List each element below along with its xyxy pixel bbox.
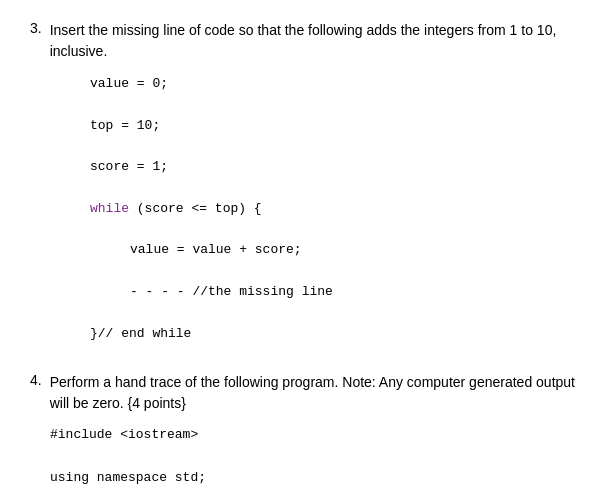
q4-text: Perform a hand trace of the following pr… xyxy=(50,372,581,414)
q3-text: Insert the missing line of code so that … xyxy=(50,20,581,62)
q3-code-block: value = 0; top = 10; score = 1; while (s… xyxy=(90,74,581,344)
q3-number: 3. xyxy=(30,20,42,62)
q4-code-block: #include <iostream> using namespace std;… xyxy=(50,424,581,503)
q3-line7: }// end while xyxy=(90,324,581,345)
q3-line1: value = 0; xyxy=(90,74,581,95)
q3-line5: value = value + score; xyxy=(130,240,581,261)
question-3: 3. Insert the missing line of code so th… xyxy=(30,20,581,344)
q3-header: 3. Insert the missing line of code so th… xyxy=(30,20,581,62)
q3-line4: while (score <= top) { xyxy=(90,199,581,220)
question-4: 4. Perform a hand trace of the following… xyxy=(30,372,581,503)
q4-line2: using namespace std; xyxy=(50,467,581,488)
q4-line1: #include <iostream> xyxy=(50,424,581,445)
q4-number: 4. xyxy=(30,372,42,414)
q4-header: 4. Perform a hand trace of the following… xyxy=(30,372,581,414)
q3-line2: top = 10; xyxy=(90,116,581,137)
q3-line3: score = 1; xyxy=(90,157,581,178)
q3-line6: - - - - //the missing line xyxy=(130,282,581,303)
q3-while-kw: while xyxy=(90,201,129,216)
